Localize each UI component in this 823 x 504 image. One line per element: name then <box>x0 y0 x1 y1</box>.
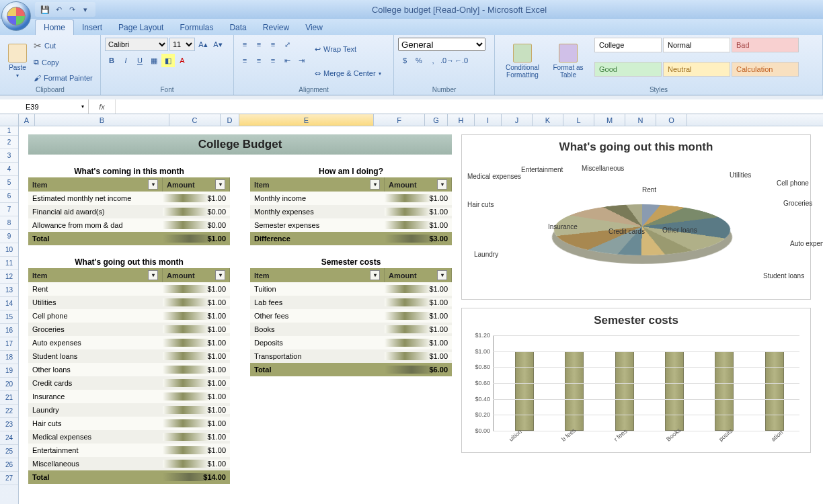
row-header-14[interactable]: 14 <box>0 297 18 310</box>
table-row[interactable]: Cell phone$1.00 <box>28 309 230 323</box>
table-row[interactable]: Entertainment$1.00 <box>28 444 230 457</box>
align-middle-button[interactable]: ≡ <box>252 38 266 51</box>
decrease-decimal-button[interactable]: ←.0 <box>455 54 468 67</box>
office-button[interactable] <box>1 1 31 31</box>
tab-view[interactable]: View <box>297 20 331 35</box>
currency-button[interactable]: $ <box>398 54 412 67</box>
table-row[interactable]: Utilities$1.00 <box>28 296 230 309</box>
table-row[interactable]: Other loans$1.00 <box>28 363 230 376</box>
table-row[interactable]: Student loans$1.00 <box>28 349 230 363</box>
table-row[interactable]: Monthly income$1.00 <box>250 192 452 205</box>
number-format-select[interactable]: General <box>398 38 485 51</box>
row-header-9[interactable]: 9 <box>0 230 18 243</box>
grow-font-button[interactable]: A▴ <box>196 38 210 51</box>
merge-center-button[interactable]: ⇔Merge & Center ▾ <box>315 69 381 78</box>
row-header-4[interactable]: 4 <box>0 163 18 176</box>
table-row[interactable]: Hair cuts$1.00 <box>28 417 230 430</box>
filter-icon[interactable]: ▾ <box>437 270 447 280</box>
table-row[interactable]: Rent$1.00 <box>28 282 230 296</box>
table-row[interactable]: Estimated monthly net income$1.00 <box>28 192 230 205</box>
row-header-12[interactable]: 12 <box>0 270 18 284</box>
col-header-M[interactable]: M <box>594 114 625 126</box>
cell-style-calculation[interactable]: Calculation <box>732 62 799 77</box>
table-row[interactable]: Deposits$1.00 <box>250 336 452 349</box>
font-size-select[interactable]: 11 <box>169 38 195 51</box>
shrink-font-button[interactable]: A▾ <box>211 38 225 51</box>
select-all-corner[interactable] <box>0 114 19 126</box>
row-header-11[interactable]: 11 <box>0 257 18 270</box>
bold-button[interactable]: B <box>105 54 118 67</box>
copy-button[interactable]: ⧉Copy <box>34 58 93 67</box>
tab-review[interactable]: Review <box>255 20 297 35</box>
filter-icon[interactable]: ▾ <box>148 179 158 190</box>
row-header-24[interactable]: 24 <box>0 431 18 445</box>
col-header-I[interactable]: I <box>475 114 502 126</box>
row-header-18[interactable]: 18 <box>0 351 18 364</box>
table-row[interactable]: Semester expenses$1.00 <box>250 218 452 232</box>
increase-decimal-button[interactable]: .0→ <box>440 54 454 67</box>
row-header-15[interactable]: 15 <box>0 310 18 324</box>
col-header-D[interactable]: D <box>221 114 239 126</box>
table-row[interactable]: Credit cards$1.00 <box>28 376 230 390</box>
qat-dropdown-icon[interactable]: ▾ <box>81 5 90 14</box>
row-header-16[interactable]: 16 <box>0 324 18 337</box>
row-header-10[interactable]: 10 <box>0 243 18 257</box>
col-header-L[interactable]: L <box>563 114 594 126</box>
align-right-button[interactable]: ≡ <box>266 54 280 67</box>
col-header-H[interactable]: H <box>448 114 475 126</box>
row-header-3[interactable]: 3 <box>0 149 18 163</box>
col-header-N[interactable]: N <box>625 114 656 126</box>
tab-home[interactable]: Home <box>35 19 74 35</box>
col-header-F[interactable]: F <box>374 114 425 126</box>
row-header-1[interactable]: 1 <box>0 126 18 136</box>
row-header-27[interactable]: 27 <box>0 472 18 485</box>
row-header-22[interactable]: 22 <box>0 405 18 418</box>
col-header-C[interactable]: C <box>169 114 221 126</box>
table-row[interactable]: Lab fees$1.00 <box>250 296 452 309</box>
filter-icon[interactable]: ▾ <box>437 179 447 190</box>
fx-icon[interactable]: fx <box>89 99 116 114</box>
table-row[interactable]: Financial aid award(s)$0.00 <box>28 205 230 218</box>
italic-button[interactable]: I <box>119 54 132 67</box>
row-header-21[interactable]: 21 <box>0 391 18 405</box>
table-row[interactable]: Auto expenses$1.00 <box>28 336 230 349</box>
format-painter-button[interactable]: 🖌Format Painter <box>34 74 93 82</box>
row-header-17[interactable]: 17 <box>0 337 18 351</box>
row-header-5[interactable]: 5 <box>0 176 18 190</box>
tab-formulas[interactable]: Formulas <box>171 20 221 35</box>
row-header-2[interactable]: 2 <box>0 136 18 149</box>
table-row[interactable]: Medical expenses$1.00 <box>28 430 230 444</box>
cell-style-good[interactable]: Good <box>594 62 662 77</box>
cell-style-neutral[interactable]: Neutral <box>663 62 730 77</box>
filter-icon[interactable]: ▾ <box>370 179 380 190</box>
indent-inc-button[interactable]: ⇥ <box>295 54 308 67</box>
format-as-table-button[interactable]: Format as Table <box>549 38 588 85</box>
underline-button[interactable]: U <box>133 54 147 67</box>
row-header-26[interactable]: 26 <box>0 458 18 472</box>
percent-button[interactable]: % <box>412 54 426 67</box>
row-header-19[interactable]: 19 <box>0 364 18 378</box>
row-header-7[interactable]: 7 <box>0 203 18 216</box>
col-header-E[interactable]: E <box>239 114 374 126</box>
row-header-20[interactable]: 20 <box>0 378 18 391</box>
paste-button[interactable]: Paste ▾ <box>4 38 31 85</box>
redo-icon[interactable]: ↷ <box>67 5 77 14</box>
filter-icon[interactable]: ▾ <box>215 179 225 190</box>
worksheet[interactable]: College Budget What's coming in this mon… <box>19 126 823 504</box>
table-row[interactable]: Transportation$1.00 <box>250 349 452 363</box>
row-header-13[interactable]: 13 <box>0 284 18 297</box>
table-row[interactable]: Laundry$1.00 <box>28 403 230 417</box>
table-row[interactable]: Monthly expenses$1.00 <box>250 205 452 218</box>
align-center-button[interactable]: ≡ <box>252 54 266 67</box>
bar-chart[interactable]: Semester costs $0.00$0.20$0.40$0.60$0.80… <box>461 308 811 453</box>
filter-icon[interactable]: ▾ <box>370 270 380 280</box>
col-header-J[interactable]: J <box>502 114 533 126</box>
table-row[interactable]: Miscellaneous$1.00 <box>28 457 230 470</box>
font-name-select[interactable]: Calibri <box>105 38 168 51</box>
align-top-button[interactable]: ≡ <box>238 38 251 51</box>
row-header-25[interactable]: 25 <box>0 445 18 458</box>
comma-button[interactable]: , <box>426 54 440 67</box>
col-header-G[interactable]: G <box>425 114 448 126</box>
tab-data[interactable]: Data <box>221 20 254 35</box>
tab-insert[interactable]: Insert <box>74 20 110 35</box>
